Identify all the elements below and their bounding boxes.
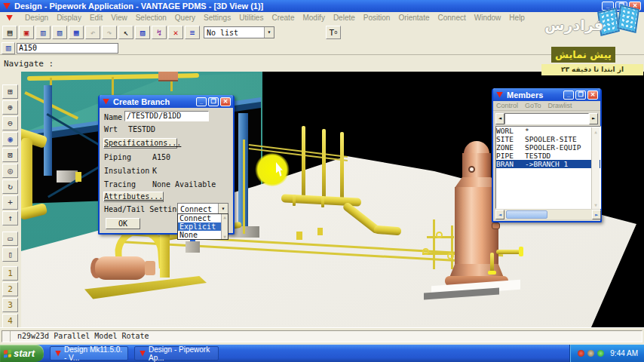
prompt-icon[interactable]: ▥ <box>2 42 15 54</box>
restore-button[interactable]: ❐ <box>575 90 586 100</box>
dialog-title-bar[interactable]: Create Branch _ ❐ ✕ <box>100 95 233 108</box>
list-combo[interactable]: No list ▾ <box>204 26 274 38</box>
zoom-out-icon[interactable]: ⊖ <box>2 116 18 130</box>
rotate-view-icon[interactable]: ↻ <box>2 179 18 194</box>
frame-select-icon[interactable]: ▭ <box>2 232 18 246</box>
delete-icon[interactable]: ✕ <box>168 26 183 39</box>
specifications-button[interactable]: Specifications... <box>103 138 177 149</box>
menu-utilities[interactable]: Utilities <box>239 14 263 22</box>
menu-display[interactable]: Display <box>57 14 81 22</box>
menu-settings[interactable]: Settings <box>204 14 231 22</box>
chevron-down-icon[interactable]: ▾ <box>218 204 228 214</box>
save-icon[interactable]: ▣ <box>19 26 34 39</box>
zoom-window-icon[interactable]: ⊠ <box>2 148 18 162</box>
nav-left-icon[interactable]: ◄ <box>495 113 504 124</box>
menu-modify[interactable]: Modify <box>302 14 324 22</box>
vessel-nozzle[interactable] <box>468 166 475 173</box>
saved-view-2-icon[interactable]: 2 <box>2 282 18 296</box>
vessel-side-nozzle[interactable] <box>492 222 500 229</box>
walk-view-icon[interactable]: ↑ <box>2 211 18 225</box>
pan-view-icon[interactable]: + <box>2 195 18 210</box>
member-row-branch-selected[interactable]: BRAN->BRANCH 1 <box>496 160 600 168</box>
display-icon[interactable]: ▦ <box>69 26 84 39</box>
minimize-button[interactable]: _ <box>196 97 207 106</box>
menu-view[interactable]: View <box>111 14 127 22</box>
redo-icon[interactable]: ↷ <box>102 26 117 39</box>
text-placement-icon[interactable]: To <box>326 26 341 39</box>
member-row-site[interactable]: SITESPOOLER-SITE <box>496 135 600 143</box>
menu-position[interactable]: Position <box>363 14 391 22</box>
vessel-stub-pipe[interactable] <box>496 250 522 254</box>
name-field[interactable]: /TESTDD/B1DD <box>124 111 209 121</box>
nav-right-icon[interactable]: ► <box>589 113 598 124</box>
pipe-riser[interactable] <box>340 132 344 204</box>
close-icon[interactable]: ✕ <box>587 90 598 100</box>
large-pipe-riser[interactable] <box>21 138 32 213</box>
restore-button[interactable]: ❐ <box>208 97 219 106</box>
members-vertical-scrollbar[interactable]: ▲▼ <box>591 127 600 209</box>
handwheel-icon[interactable] <box>436 232 443 238</box>
taskbar-button-design-monitor[interactable]: Design Mk11.5.0. - V... <box>50 346 128 360</box>
taskbar-button-design-pipework[interactable]: Design - Pipework Ap... <box>134 346 219 360</box>
session-icon[interactable]: ▤ <box>2 26 17 39</box>
menu-create[interactable]: Create <box>271 14 294 22</box>
small-valve[interactable] <box>75 172 81 182</box>
member-row-worl[interactable]: WORL* <box>496 127 600 135</box>
equipment-box[interactable] <box>158 72 178 81</box>
perspective-icon[interactable]: ◎ <box>2 164 18 178</box>
menu-selection[interactable]: Selection <box>136 14 167 22</box>
saved-view-4-icon[interactable]: 4 <box>2 314 18 328</box>
menu-delete[interactable]: Delete <box>333 14 355 22</box>
menu-edit[interactable]: Edit <box>90 14 103 22</box>
dropdown-scrollbar[interactable]: ▲▼ <box>221 214 228 239</box>
model-editor-icon[interactable]: ▨ <box>135 26 150 39</box>
scrollbar-thumb[interactable] <box>506 210 547 219</box>
pipe-flange[interactable] <box>488 271 496 275</box>
chevron-down-icon[interactable]: ▾ <box>264 27 274 38</box>
undo-icon[interactable]: ↶ <box>85 26 100 39</box>
vessel-drain-stub[interactable] <box>490 253 494 272</box>
copy-view-icon[interactable]: ▥ <box>35 26 51 39</box>
menu-connect[interactable]: Connect <box>438 14 466 22</box>
start-button[interactable]: start <box>0 345 44 362</box>
pipe-flange[interactable] <box>519 247 523 256</box>
refresh-view-icon[interactable]: ◉ <box>2 132 18 146</box>
tray-volume-icon[interactable] <box>587 350 594 357</box>
inline-valve[interactable] <box>317 228 323 235</box>
ok-button[interactable]: OK <box>106 218 140 229</box>
tray-network-icon[interactable] <box>597 350 604 357</box>
menu-control[interactable]: Control <box>496 102 518 109</box>
members-list-icon[interactable]: ≡ <box>185 26 200 39</box>
pipe-flange[interactable] <box>321 196 324 207</box>
menu-design[interactable]: Design <box>25 14 48 22</box>
attributes-button[interactable]: Attributes... <box>103 192 164 202</box>
saved-view-3-icon[interactable]: 3 <box>2 298 18 312</box>
members-title-bar[interactable]: Members _ ❐ ✕ <box>493 88 600 101</box>
view-limits-icon[interactable]: ⊞ <box>2 84 18 99</box>
minimize-button[interactable]: _ <box>563 90 574 100</box>
handwheel-icon[interactable] <box>422 248 429 255</box>
member-row-pipe[interactable]: PIPETESTDD <box>496 152 600 160</box>
steel-column[interactable] <box>44 85 52 176</box>
pointer-icon[interactable]: ↖ <box>118 26 133 39</box>
clip-box-icon[interactable]: ▯ <box>2 247 18 262</box>
cut-icon[interactable]: ↯ <box>152 26 167 39</box>
member-row-zone[interactable]: ZONESPOOLER-EQUIP <box>496 143 600 152</box>
zoom-in-icon[interactable]: ⊕ <box>2 100 18 115</box>
saved-view-1-icon[interactable]: 1 <box>2 266 18 281</box>
menu-goto[interactable]: GoTo <box>525 102 541 109</box>
pipe-riser[interactable] <box>302 126 305 201</box>
menu-orientate[interactable]: Orientate <box>398 14 429 22</box>
menu-window[interactable]: Window <box>474 14 501 22</box>
menu-help[interactable]: Help <box>509 14 525 22</box>
paste-view-icon[interactable]: ▧ <box>52 26 67 39</box>
pipe-riser[interactable] <box>322 129 326 203</box>
menu-query[interactable]: Query <box>175 14 195 22</box>
members-horizontal-scrollbar[interactable]: ◄ ► <box>495 210 601 219</box>
tray-antivirus-icon[interactable] <box>578 350 584 357</box>
menu-drawlist[interactable]: Drawlist <box>548 102 572 109</box>
close-icon[interactable]: ✕ <box>220 97 231 106</box>
drop-pipe[interactable] <box>243 140 245 234</box>
inline-valve[interactable] <box>296 232 302 240</box>
pipe-flange[interactable] <box>293 195 296 206</box>
